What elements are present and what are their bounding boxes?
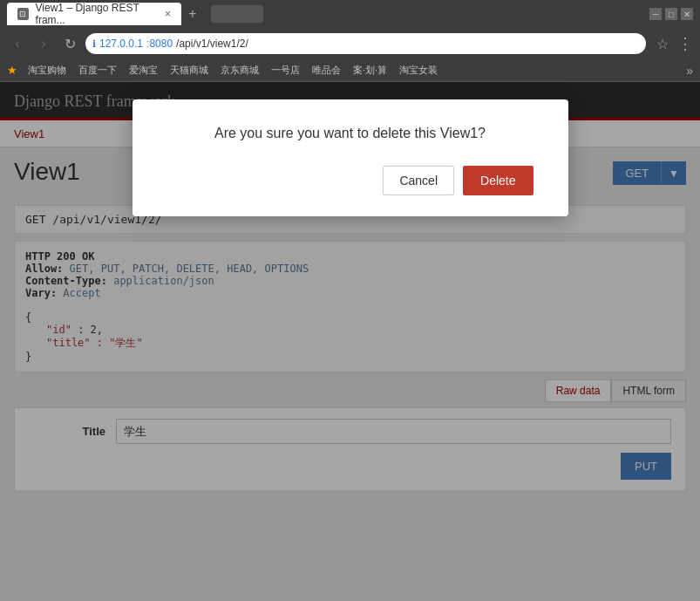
bookmark-folder-icon: ★ — [7, 64, 17, 77]
maximize-button[interactable]: □ — [665, 8, 677, 20]
refresh-button[interactable]: ↻ — [59, 36, 80, 52]
bookmark-tmall[interactable]: 天猫商城 — [165, 62, 214, 79]
browser-toolbar: ‹ › ↻ ℹ 127.0.0.1 :8080 /api/v1/view1/2/… — [0, 28, 700, 59]
address-bar[interactable]: ℹ 127.0.0.1 :8080 /api/v1/view1/2/ — [85, 33, 646, 54]
tab-title: View1 – Django REST fram... — [36, 2, 158, 26]
bookmark-taobao[interactable]: 淘宝购物 — [23, 62, 71, 79]
tab-close-btn[interactable]: × — [165, 8, 171, 20]
tab-area: ⊡ View1 – Django REST fram... × + — [7, 3, 644, 25]
delete-button[interactable]: Delete — [463, 166, 533, 195]
window-controls: ─ □ ✕ — [649, 8, 693, 20]
address-path: /api/v1/view1/2/ — [176, 38, 248, 50]
bookmarks-more-icon[interactable]: » — [686, 64, 693, 78]
modal-overlay: Are you sure you want to delete this Vie… — [0, 82, 700, 601]
back-button[interactable]: ‹ — [7, 36, 28, 51]
active-tab[interactable]: ⊡ View1 – Django REST fram... × — [7, 3, 181, 25]
bookmark-vip[interactable]: 唯品会 — [307, 62, 346, 79]
modal-actions: Cancel Delete — [167, 166, 533, 195]
new-tab-button[interactable]: + — [181, 3, 204, 25]
minimize-button[interactable]: ─ — [649, 8, 662, 20]
bookmark-hua[interactable]: 案·划·算 — [348, 62, 392, 79]
bookmark-women[interactable]: 淘宝女装 — [394, 62, 443, 79]
star-button[interactable]: ☆ — [656, 36, 669, 52]
browser-titlebar: ⊡ View1 – Django REST fram... × + ─ □ ✕ — [0, 0, 700, 28]
tab-page-icon: ⊡ — [17, 8, 29, 20]
close-button[interactable]: ✕ — [681, 8, 693, 20]
page-content: Django REST framework View1 View1 GET ▼ … — [0, 82, 700, 601]
cancel-button[interactable]: Cancel — [383, 166, 454, 195]
modal-dialog: Are you sure you want to delete this Vie… — [133, 99, 568, 216]
address-lock-icon: ℹ — [92, 38, 96, 50]
address-port: :8080 — [146, 38, 173, 50]
bookmark-jd[interactable]: 京东商城 — [215, 62, 264, 79]
bookmark-baidu[interactable]: 百度一下 — [73, 62, 122, 79]
modal-message: Are you sure you want to delete this Vie… — [167, 126, 533, 141]
bookmark-aitaobao[interactable]: 爱淘宝 — [124, 62, 163, 79]
bookmark-yhd[interactable]: 一号店 — [266, 62, 305, 79]
menu-button[interactable]: ⋮ — [677, 34, 693, 53]
forward-button[interactable]: › — [33, 36, 54, 51]
bookmarks-bar: ★ 淘宝购物 百度一下 爱淘宝 天猫商城 京东商城 一号店 唯品会 案·划·算 … — [0, 59, 700, 82]
address-ip: 127.0.0.1 — [99, 38, 143, 50]
